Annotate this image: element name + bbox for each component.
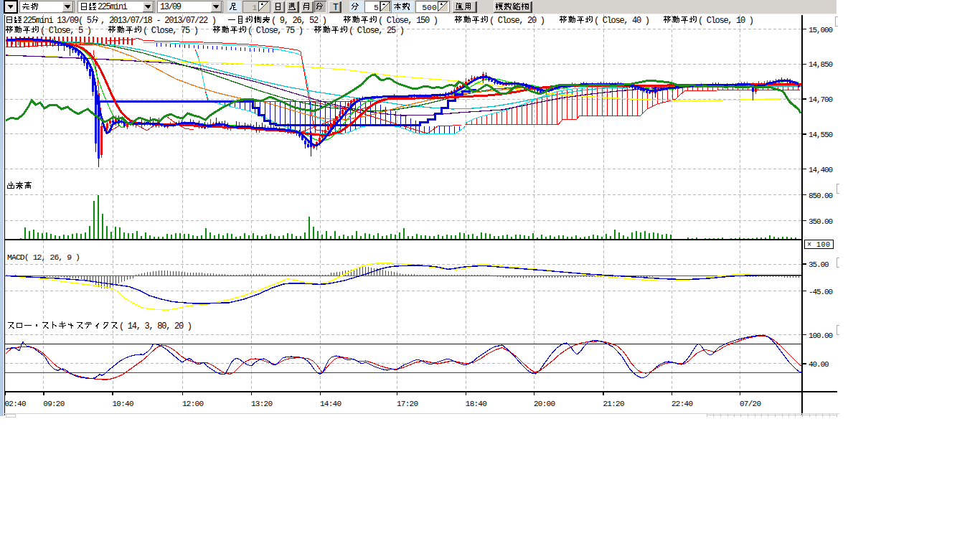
svg-text:07/20: 07/20 — [740, 400, 761, 408]
svg-text:09:20: 09:20 — [43, 400, 65, 408]
svg-text:20:00: 20:00 — [534, 400, 555, 408]
svg-text:( Close, 75 ): ( Close, 75 ) — [143, 26, 199, 36]
svg-text:( Close, 40 ): ( Close, 40 ) — [594, 16, 650, 26]
svg-text:14,400: 14,400 — [809, 166, 833, 174]
svg-text:500: 500 — [422, 3, 437, 12]
svg-text:( Close, 150 ): ( Close, 150 ) — [378, 16, 438, 26]
svg-text:14,550: 14,550 — [809, 131, 833, 139]
svg-text:35.00: 35.00 — [809, 260, 829, 269]
svg-text:( Close, 25 ): ( Close, 25 ) — [349, 26, 405, 36]
svg-text:15,000: 15,000 — [809, 26, 833, 34]
svg-text:17:20: 17:20 — [397, 400, 418, 408]
svg-text:( Close, 5 ): ( Close, 5 ) — [40, 26, 92, 36]
svg-text:850.00: 850.00 — [809, 192, 833, 200]
svg-text:21:20: 21:20 — [603, 400, 625, 408]
svg-text:-45.00: -45.00 — [809, 288, 833, 296]
svg-text:22:40: 22:40 — [672, 400, 693, 408]
svg-text:× 100: × 100 — [807, 241, 830, 249]
svg-text:40.00: 40.00 — [809, 360, 829, 369]
svg-text:5: 5 — [374, 3, 379, 12]
svg-text:10:40: 10:40 — [113, 400, 134, 408]
svg-text:100.00: 100.00 — [809, 331, 833, 340]
svg-text:14,700: 14,700 — [809, 95, 833, 104]
svg-text:13:20: 13:20 — [251, 400, 273, 408]
svg-text:( Close, 75 ): ( Close, 75 ) — [248, 26, 303, 36]
svg-text:14:40: 14:40 — [320, 400, 341, 408]
svg-text:02:40: 02:40 — [5, 400, 27, 408]
svg-text:12:00: 12:00 — [182, 400, 204, 408]
svg-text:( Close, 10 ): ( Close, 10 ) — [698, 16, 754, 26]
svg-text:350.00: 350.00 — [809, 217, 833, 226]
svg-text:( Close, 20 ): ( Close, 20 ) — [489, 16, 545, 26]
svg-text:1: 1 — [252, 3, 257, 12]
svg-text:14,850: 14,850 — [809, 60, 833, 69]
svg-text:MACD( 12, 26, 9 ): MACD( 12, 26, 9 ) — [7, 253, 80, 262]
svg-text:225mini: 225mini — [98, 2, 128, 12]
svg-text:13/09: 13/09 — [160, 2, 182, 12]
svg-text:18:40: 18:40 — [466, 400, 487, 408]
svg-text:( 14, 3, 80, 20 ): ( 14, 3, 80, 20 ) — [119, 321, 192, 331]
svg-text:T: T — [333, 2, 339, 13]
svg-text:225mini 13/09( 5: 225mini 13/09( 5 — [23, 16, 92, 26]
svg-text:, 2013/07/18 - 2013/07/22 ): , 2013/07/18 - 2013/07/22 ) — [100, 16, 217, 26]
svg-text:( 9, 26, 52 ): ( 9, 26, 52 ) — [271, 16, 327, 26]
